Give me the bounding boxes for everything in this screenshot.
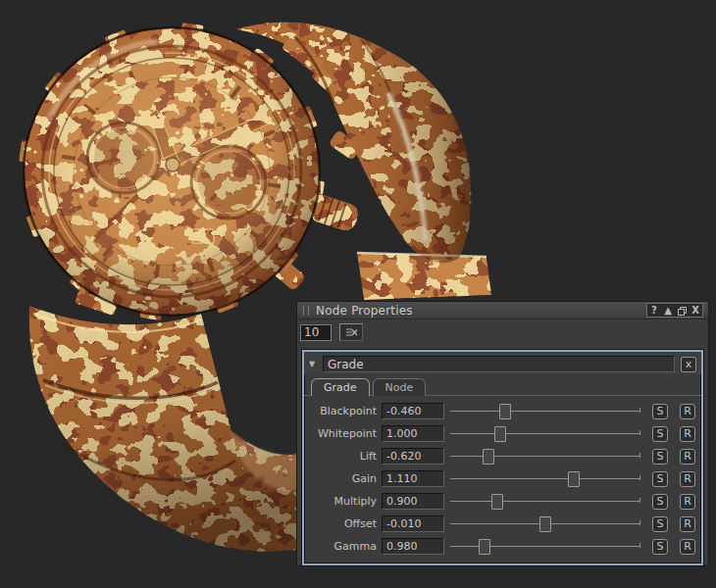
parameter-label: Blackpoint	[308, 405, 377, 417]
collapse-triangle-icon[interactable]: ▼	[309, 360, 323, 368]
sample-button[interactable]: S	[652, 426, 668, 442]
help-icon[interactable]: ?	[647, 304, 661, 317]
parameter-slider[interactable]	[450, 515, 643, 532]
parameter-slider[interactable]	[450, 538, 643, 555]
sample-button[interactable]: S	[652, 494, 668, 510]
tab-grade[interactable]: Grade	[311, 378, 370, 396]
parameter-label: Lift	[308, 450, 377, 463]
grade-node-panel: ▼ x Grade Node Blackpoint -0.460 S R	[302, 350, 703, 565]
sample-button[interactable]: S	[652, 471, 668, 487]
parameter-row: Blackpoint -0.460 S R	[308, 400, 695, 422]
parameter-label: Whitepoint	[308, 427, 377, 440]
parameter-slider[interactable]	[450, 403, 643, 419]
node-properties-panel: Node Properties ? ▲ X ▼ x Grade Node	[296, 301, 709, 566]
parameter-list: Blackpoint -0.460 S R Whitepoint 1.000 S	[304, 396, 701, 564]
parameter-label: Multiply	[308, 495, 377, 508]
parameter-label: Gamma	[308, 540, 377, 553]
panel-toolbar	[297, 319, 708, 346]
clear-panels-icon	[345, 327, 358, 337]
reset-button[interactable]: R	[680, 471, 695, 487]
window-buttons: ? ▲ X	[646, 303, 703, 318]
restore-icon[interactable]	[675, 304, 689, 317]
parameter-row: Lift -0.620 S R	[308, 445, 695, 467]
parameter-slider[interactable]	[450, 470, 643, 487]
panel-title: Node Properties	[316, 304, 646, 318]
slider-handle[interactable]	[499, 404, 511, 419]
parameter-value-field[interactable]: -0.010	[382, 515, 444, 532]
parameter-value-field[interactable]: -0.460	[382, 403, 444, 419]
slider-handle[interactable]	[479, 539, 490, 555]
node-name-input[interactable]	[323, 356, 675, 372]
slider-handle[interactable]	[568, 471, 580, 487]
parameter-label: Gain	[308, 472, 377, 485]
parameter-slider[interactable]	[450, 448, 643, 465]
slider-handle[interactable]	[483, 449, 494, 465]
max-panels-input[interactable]	[300, 324, 332, 341]
parameter-row: Whitepoint 1.000 S R	[308, 422, 695, 445]
parameter-value-field[interactable]: 1.000	[382, 425, 444, 442]
detach-icon[interactable]: ▲	[661, 304, 675, 317]
parameter-label: Offset	[308, 517, 377, 530]
sample-button[interactable]: S	[652, 404, 668, 419]
parameter-row: Gain 1.110 S R	[308, 467, 695, 490]
reset-button[interactable]: R	[680, 426, 695, 442]
parameter-value-field[interactable]: 0.900	[382, 493, 444, 510]
node-close-button[interactable]: x	[681, 357, 696, 372]
parameter-value-field[interactable]: -0.620	[382, 448, 444, 465]
close-icon[interactable]: X	[689, 304, 702, 317]
sample-button[interactable]: S	[652, 449, 668, 465]
panel-grip-icon	[303, 306, 309, 316]
clear-panels-button[interactable]	[339, 323, 363, 341]
tab-bar: Grade Node	[304, 374, 701, 396]
panel-titlebar[interactable]: Node Properties ? ▲ X	[297, 302, 708, 319]
watch-band-link	[357, 253, 491, 300]
parameter-slider[interactable]	[450, 425, 643, 442]
reset-button[interactable]: R	[680, 449, 695, 465]
parameter-value-field[interactable]: 1.110	[382, 470, 444, 487]
parameter-row: Multiply 0.900 S R	[308, 490, 695, 513]
parameter-slider[interactable]	[450, 493, 643, 510]
application-window: Node Properties ? ▲ X ▼ x Grade Node	[0, 0, 716, 588]
sample-button[interactable]: S	[652, 539, 668, 555]
tab-node[interactable]: Node	[373, 378, 427, 396]
parameter-row: Offset -0.010 S R	[308, 513, 695, 535]
parameter-row: Gamma 0.980 S R	[308, 535, 695, 558]
reset-button[interactable]: R	[680, 516, 695, 532]
reset-button[interactable]: R	[680, 494, 695, 510]
slider-handle[interactable]	[539, 516, 551, 532]
node-header: ▼ x	[304, 352, 701, 374]
reset-button[interactable]: R	[680, 404, 695, 419]
reset-button[interactable]: R	[680, 539, 695, 555]
slider-handle[interactable]	[491, 494, 503, 510]
parameter-value-field[interactable]: 0.980	[382, 538, 444, 555]
sample-button[interactable]: S	[652, 516, 668, 532]
slider-handle[interactable]	[494, 426, 506, 442]
